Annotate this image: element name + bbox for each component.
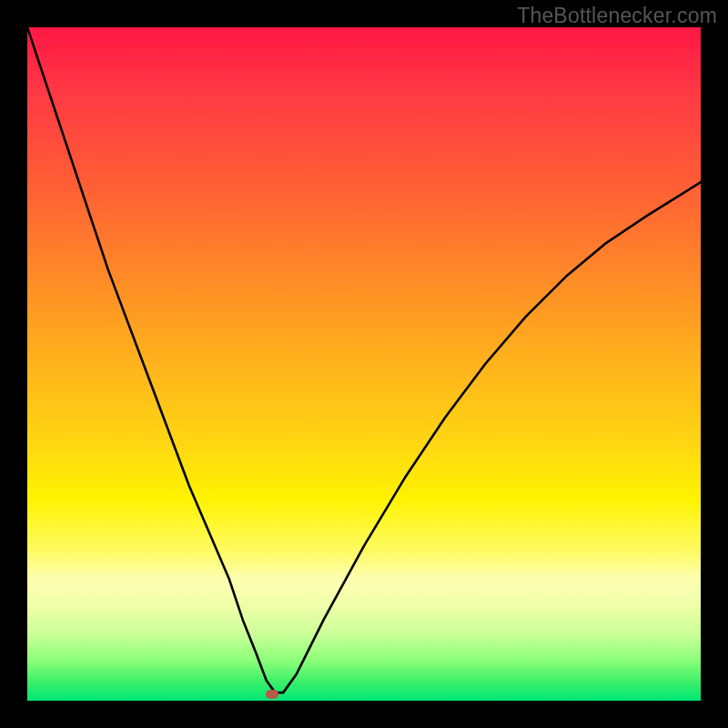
optimum-marker <box>266 690 278 699</box>
watermark-text: TheBottlenecker.com <box>517 4 717 28</box>
bottleneck-curve <box>27 27 701 693</box>
curve-svg <box>27 27 701 701</box>
plot-area <box>27 27 701 701</box>
chart-frame: TheBottlenecker.com <box>0 0 728 728</box>
